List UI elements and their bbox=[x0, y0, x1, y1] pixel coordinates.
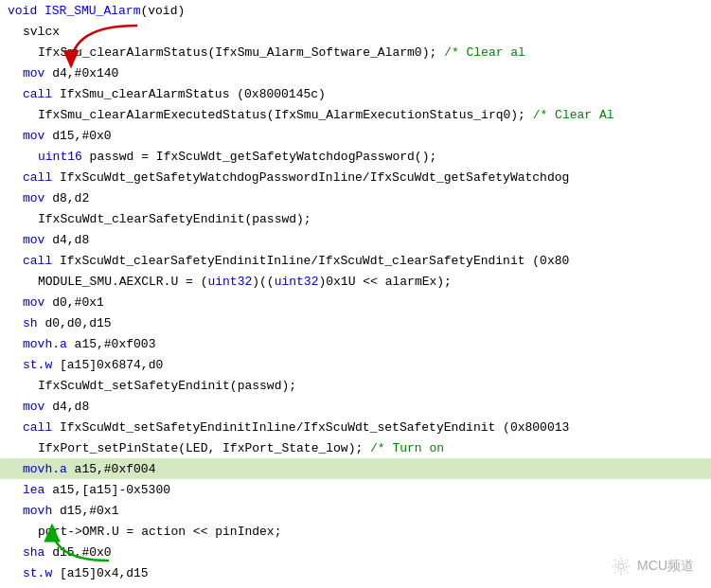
code-line: call IfxScuWdt_setSafetyEndinitInline/If… bbox=[0, 417, 711, 437]
code-line: movh.a a15,#0xf004 bbox=[0, 458, 711, 479]
code-text: call IfxScuWdt_getSafetyWatchdogPassword… bbox=[23, 170, 569, 185]
code-text: IfxPort_setPinState(LED, IfxPort_State_l… bbox=[38, 441, 444, 455]
code-text: call IfxScuWdt_clearSafetyEndinitInline/… bbox=[23, 254, 569, 268]
code-line: } bbox=[0, 583, 711, 588]
code-line: uint16 passwd = IfxScuWdt_getSafetyWatch… bbox=[0, 146, 711, 167]
code-line: MODULE_SMU.AEXCLR.U = (uint32)((uint32)0… bbox=[0, 271, 711, 292]
code-line: st.w [a15]0x6874,d0 bbox=[0, 354, 711, 375]
code-line: call IfxScuWdt_getSafetyWatchdogPassword… bbox=[0, 167, 711, 187]
code-line: IfxScuWdt_setSafetyEndinit(passwd); bbox=[0, 375, 711, 396]
code-line: mov d8,d2 bbox=[0, 187, 711, 208]
code-text: lea a15,[a15]-0x5300 bbox=[23, 483, 170, 497]
code-text: mov d4,d8 bbox=[23, 400, 89, 414]
code-text: IfxSmu_clearAlarmExecutedStatus(IfxSmu_A… bbox=[38, 108, 614, 122]
code-text: movh d15,#0x1 bbox=[23, 504, 118, 518]
svg-point-2 bbox=[618, 563, 624, 569]
red-arrow-icon bbox=[52, 21, 166, 73]
code-line: mov d15,#0x0 bbox=[0, 125, 711, 146]
code-text: IfxScuWdt_clearSafetyEndinit(passwd); bbox=[38, 212, 311, 226]
code-text: MODULE_SMU.AEXCLR.U = (uint32)((uint32)0… bbox=[38, 275, 452, 289]
code-line: mov d4,d8 bbox=[0, 229, 711, 250]
code-line: call IfxSmu_clearAlarmStatus (0x8000145c… bbox=[0, 83, 711, 104]
code-line: sh d0,d0,d15 bbox=[0, 312, 711, 333]
watermark: MCU频道 bbox=[611, 556, 694, 577]
code-line: IfxPort_setPinState(LED, IfxPort_State_l… bbox=[0, 437, 711, 458]
code-line: lea a15,[a15]-0x5300 bbox=[0, 479, 711, 500]
code-text: call IfxScuWdt_setSafetyEndinitInline/If… bbox=[23, 420, 569, 435]
code-line: void ISR_SMU_Alarm(void) bbox=[0, 0, 711, 21]
code-text: mov d8,d2 bbox=[23, 191, 89, 205]
code-text: sh d0,d0,d15 bbox=[23, 316, 112, 330]
code-line: call IfxScuWdt_clearSafetyEndinitInline/… bbox=[0, 250, 711, 271]
code-line: mov d4,d8 bbox=[0, 396, 711, 417]
svg-point-3 bbox=[616, 561, 627, 572]
code-text: mov d15,#0x0 bbox=[23, 129, 112, 143]
code-line: IfxScuWdt_clearSafetyEndinit(passwd); bbox=[0, 208, 711, 229]
code-container: void ISR_SMU_Alarm(void)svlcxIfxSmu_clea… bbox=[0, 0, 711, 588]
code-text: movh.a a15,#0xf003 bbox=[23, 337, 155, 351]
green-arrow-icon bbox=[33, 521, 137, 568]
code-text: movh.a a15,#0xf004 bbox=[23, 462, 155, 476]
code-line: movh d15,#0x1 bbox=[0, 500, 711, 521]
code-text: st.w [a15]0x6874,d0 bbox=[23, 358, 163, 372]
code-text: mov d0,#0x1 bbox=[23, 295, 104, 310]
code-line: mov d0,#0x1 bbox=[0, 292, 711, 312]
code-lines-container: void ISR_SMU_Alarm(void)svlcxIfxSmu_clea… bbox=[0, 0, 711, 588]
gear-icon bbox=[611, 556, 631, 577]
code-line: IfxSmu_clearAlarmExecutedStatus(IfxSmu_A… bbox=[0, 104, 711, 125]
code-text: IfxScuWdt_setSafetyEndinit(passwd); bbox=[38, 379, 296, 393]
code-text: void ISR_SMU_Alarm(void) bbox=[8, 4, 185, 18]
watermark-text: MCU频道 bbox=[637, 558, 694, 575]
code-text: mov d4,d8 bbox=[23, 233, 89, 247]
code-text: call IfxSmu_clearAlarmStatus (0x8000145c… bbox=[23, 87, 326, 101]
code-line: movh.a a15,#0xf003 bbox=[0, 333, 711, 354]
code-text: uint16 passwd = IfxScuWdt_getSafetyWatch… bbox=[38, 150, 436, 164]
